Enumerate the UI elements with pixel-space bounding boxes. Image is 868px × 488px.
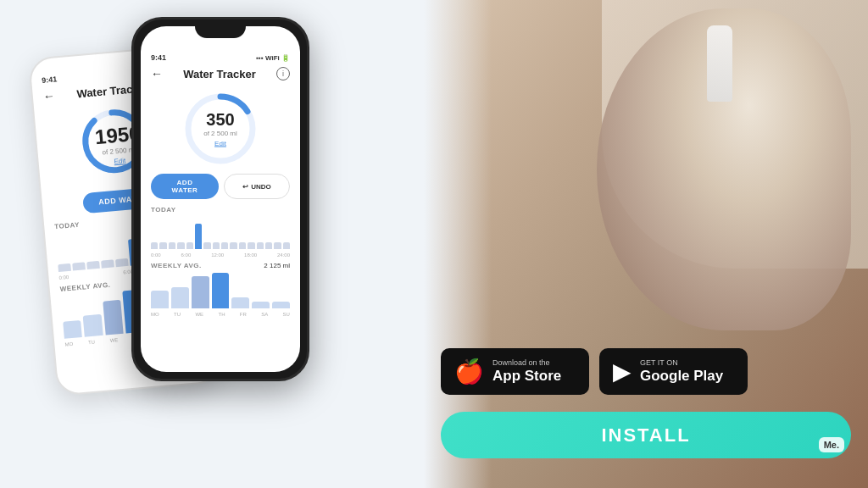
front-undo-button[interactable]: ↩ UNDO [224, 174, 290, 199]
google-play-big-text: Google Play [640, 368, 723, 385]
bar-0 [58, 263, 71, 272]
bar-2 [86, 261, 100, 269]
bar-6 [203, 242, 210, 249]
google-play-button[interactable]: ▶ GET IT ON Google Play [599, 348, 748, 395]
bar-3 [177, 242, 184, 249]
bar-3 [101, 259, 114, 268]
bar-9 [230, 242, 236, 249]
me-badge: Me. [819, 437, 844, 452]
bar-10 [239, 242, 246, 249]
apple-icon: 🍎 [454, 358, 484, 385]
weekly-bar-1 [171, 287, 189, 308]
phone-notch [195, 19, 246, 38]
weekly-bar-1 [83, 314, 103, 337]
front-time: 9:41 [151, 53, 166, 62]
bar-5 [195, 224, 202, 249]
weekly-bar-0 [151, 291, 169, 308]
front-add-water-button[interactable]: ADD WATER [151, 174, 219, 199]
app-store-small-text: Download on the [492, 358, 561, 368]
google-play-icon: ▶ [613, 358, 632, 385]
front-edit-btn[interactable]: Edit [203, 140, 237, 147]
google-play-small-text: GET IT ON [640, 358, 723, 368]
bar-2 [169, 242, 175, 249]
back-time: 9:41 [42, 75, 58, 85]
weekly-bar-3 [212, 273, 230, 308]
bar-12 [257, 242, 264, 249]
left-panel: 9:41 ▪▪▪ 🔋 ← Water Tracker 1950 of 2 500… [0, 0, 424, 488]
bar-0 [151, 242, 158, 249]
app-store-button[interactable]: 🍎 Download on the App Store [441, 348, 589, 395]
front-weekly-label: WEEKLY AVG. [151, 262, 202, 269]
front-weekly-chart [151, 273, 290, 308]
weekly-bar-4 [231, 297, 249, 308]
front-screen-title: Water Tracker [183, 68, 256, 80]
front-today-chart [151, 217, 290, 249]
bar-8 [221, 242, 228, 249]
install-button[interactable]: INSTALL [441, 412, 851, 458]
bar-14 [274, 242, 281, 249]
front-back-icon: ← [151, 67, 163, 80]
weekly-bar-5 [252, 302, 270, 308]
bar-4 [186, 242, 193, 249]
bar-1 [72, 262, 86, 270]
bar-13 [265, 242, 272, 249]
bar-11 [248, 242, 254, 249]
front-water-unit: of 2 500 ml [203, 130, 237, 137]
weekly-bar-6 [272, 302, 290, 308]
info-icon: i [276, 67, 290, 80]
weekly-bar-2 [192, 276, 209, 308]
bar-7 [213, 242, 220, 249]
bar-4 [115, 258, 129, 267]
phone-front: 9:41 ▪▪▪ WiFi 🔋 ← Water Tracker i [131, 17, 309, 381]
front-weekly-value: 2 125 ml [264, 262, 290, 269]
right-panel: 🍎 Download on the App Store ▶ GET IT ON … [424, 0, 868, 488]
front-today-label: TODAY [151, 206, 290, 214]
back-arrow-icon: ← [42, 89, 55, 103]
weekly-bar-0 [63, 320, 82, 339]
bar-15 [283, 242, 290, 249]
bar-1 [159, 242, 166, 249]
front-weekly-labels: MO TU WE TH FR SA SU [151, 312, 290, 317]
weekly-bar-2 [103, 300, 124, 336]
app-store-big-text: App Store [492, 368, 561, 385]
store-buttons-container: 🍎 Download on the App Store ▶ GET IT ON … [441, 348, 748, 395]
front-water-value: 350 [203, 111, 237, 128]
front-chart-labels: 0:00 6:00 12:00 18:00 24:00 [151, 252, 290, 258]
